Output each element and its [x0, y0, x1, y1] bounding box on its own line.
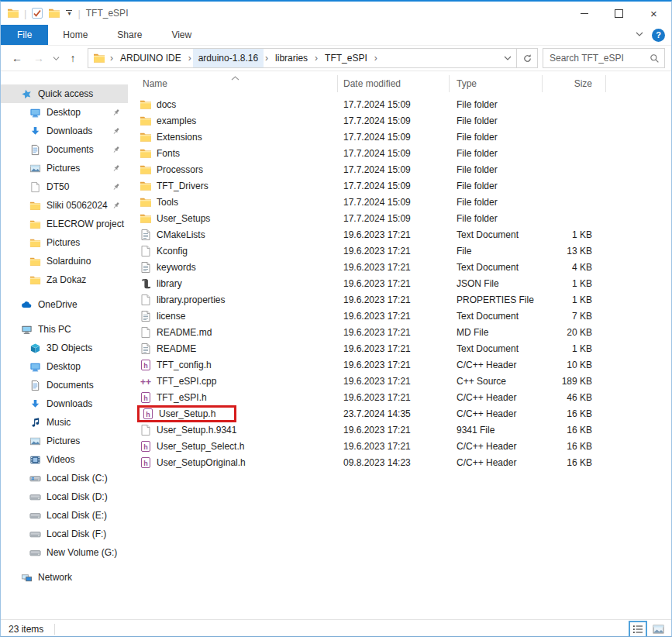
sidebar-item-local-disk-f[interactable]: Local Disk (F:) — [1, 525, 128, 543]
sidebar-item-downloads[interactable]: Downloads — [1, 394, 128, 413]
sidebar-item-downloads[interactable]: Downloads — [1, 122, 128, 140]
tab-file[interactable]: File — [1, 25, 48, 45]
table-row[interactable]: Extensions17.7.2024 15:09File folder — [128, 129, 671, 145]
table-row[interactable]: hTFT_eSPI.h19.6.2023 17:21C/C++ Header46… — [128, 389, 671, 405]
file-name-wrap[interactable]: docs — [137, 98, 181, 112]
file-name-wrap[interactable]: Kconfig — [137, 244, 192, 258]
customize-toolbar-dropdown-icon[interactable]: ▾ — [65, 10, 73, 16]
file-name-wrap[interactable]: keywords — [137, 260, 201, 274]
search-box[interactable] — [543, 48, 665, 68]
sidebar-item-pictures[interactable]: Pictures — [1, 233, 128, 252]
minimize-button[interactable] — [567, 2, 601, 25]
breadcrumb-separator[interactable]: › — [373, 49, 379, 67]
highlighted-file-red-box[interactable]: hUser_Setup.h — [137, 405, 236, 422]
close-button[interactable]: × — [636, 2, 671, 25]
sidebar-item-dt50[interactable]: DT50 — [1, 177, 128, 196]
file-name-wrap[interactable]: CMakeLists — [137, 228, 210, 242]
table-row[interactable]: hUser_SetupOriginal.h09.8.2023 14:23C/C+… — [128, 454, 671, 470]
file-name-wrap[interactable]: library.properties — [137, 293, 229, 307]
details-view-button[interactable] — [629, 621, 647, 637]
tab-home[interactable]: Home — [48, 25, 102, 45]
new-folder-icon[interactable] — [48, 7, 60, 19]
column-header-date-modified[interactable]: Date modified — [338, 75, 450, 92]
sidebar-item-onedrive[interactable]: OneDrive — [1, 295, 128, 314]
table-row[interactable]: hTFT_config.h19.6.2023 17:21C/C++ Header… — [128, 356, 671, 373]
up-button[interactable]: ↑ — [63, 48, 83, 68]
file-name-wrap[interactable]: Extensions — [137, 130, 207, 144]
properties-check-icon[interactable] — [31, 7, 43, 19]
file-name-wrap[interactable]: User_Setup.h.9341 — [137, 423, 241, 437]
search-icon[interactable] — [650, 53, 660, 64]
sidebar-item-documents[interactable]: Documents — [1, 376, 128, 394]
table-row[interactable]: README.md19.6.2023 17:21MD File20 KB — [128, 324, 671, 340]
sidebar-item-local-disk-c[interactable]: Local Disk (C:) — [1, 469, 128, 487]
sidebar-item-music[interactable]: Music — [1, 413, 128, 432]
sidebar-item-desktop[interactable]: Desktop — [1, 103, 128, 122]
recent-locations-chevron-icon[interactable] — [50, 48, 61, 68]
sidebar-item-za-dokaz[interactable]: Za Dokaz — [1, 270, 128, 289]
column-header-type[interactable]: Type — [450, 75, 543, 92]
column-header-size[interactable]: Size — [543, 75, 606, 92]
file-name-wrap[interactable]: hTFT_config.h — [137, 358, 216, 372]
breadcrumb-separator[interactable]: › — [313, 49, 319, 67]
table-row[interactable]: User_Setup.h.934119.6.2023 17:219341 Fil… — [128, 422, 671, 438]
file-name-wrap[interactable]: hUser_SetupOriginal.h — [137, 456, 250, 470]
tab-share[interactable]: Share — [102, 25, 157, 45]
breadcrumb-segment-tft-espi[interactable]: TFT_eSPI — [319, 49, 373, 67]
maximize-button[interactable] — [601, 2, 636, 25]
sidebar-item-new-volume-g[interactable]: New Volume (G:) — [1, 543, 128, 562]
table-row[interactable]: README19.6.2023 17:21Text Document1 KB — [128, 340, 671, 356]
thumbnails-view-button[interactable] — [649, 621, 667, 637]
breadcrumb-separator[interactable]: › — [264, 49, 270, 67]
sidebar-item-desktop[interactable]: Desktop — [1, 357, 128, 376]
table-row[interactable]: library.properties19.6.2023 17:21PROPERT… — [128, 291, 671, 308]
expand-ribbon-chevron-icon[interactable] — [635, 29, 644, 41]
table-row[interactable]: examples17.7.2024 15:09File folder — [128, 112, 671, 129]
sidebar-item-videos[interactable]: Videos — [1, 450, 128, 469]
sidebar-item-local-disk-e[interactable]: Local Disk (E:) — [1, 506, 128, 525]
file-name-wrap[interactable]: hTFT_eSPI.h — [137, 391, 212, 405]
back-button[interactable]: ← — [7, 48, 27, 68]
file-name-wrap[interactable]: examples — [137, 114, 201, 128]
table-row[interactable]: TFT_Drivers17.7.2024 15:09File folder — [128, 177, 671, 194]
breadcrumb-separator[interactable]: › — [187, 49, 193, 67]
sidebar-item-solarduino[interactable]: Solarduino — [1, 252, 128, 270]
sidebar-item-3d-objects[interactable]: 3D Objects — [1, 339, 128, 357]
file-name-wrap[interactable]: User_Setups — [137, 212, 215, 226]
file-name-wrap[interactable]: Processors — [137, 163, 208, 177]
file-name-wrap[interactable]: license — [137, 309, 190, 323]
file-name-wrap[interactable]: Fonts — [137, 146, 184, 160]
table-row[interactable]: docs17.7.2024 15:09File folder — [128, 96, 671, 112]
table-row[interactable]: Tools17.7.2024 15:09File folder — [128, 194, 671, 210]
file-name-wrap[interactable]: README — [137, 342, 201, 356]
help-icon[interactable]: ? — [652, 29, 665, 42]
file-name-wrap[interactable]: hUser_Setup_Select.h — [137, 439, 249, 453]
tab-view[interactable]: View — [157, 25, 206, 45]
table-row[interactable]: ++TFT_eSPI.cpp19.6.2023 17:21C++ Source1… — [128, 373, 671, 389]
sidebar-item-quick-access[interactable]: Quick access — [1, 84, 128, 103]
file-name-wrap[interactable]: TFT_Drivers — [137, 179, 213, 193]
table-row[interactable]: CMakeLists19.6.2023 17:21Text Document1 … — [128, 226, 671, 243]
sidebar-item-network[interactable]: Network — [1, 568, 128, 587]
file-name-wrap[interactable]: README.md — [137, 325, 216, 339]
table-row[interactable]: hUser_Setup.h23.7.2024 14:35C/C++ Header… — [128, 405, 671, 422]
table-row[interactable]: keywords19.6.2023 17:21Text Document4 KB — [128, 259, 671, 275]
file-name-wrap[interactable]: ++TFT_eSPI.cpp — [137, 374, 221, 388]
table-row[interactable]: Kconfig19.6.2023 17:21File13 KB — [128, 243, 671, 259]
file-name-wrap[interactable]: library — [137, 277, 187, 291]
address-bar[interactable]: › ARDUINO IDE›arduino-1.8.16›libraries›T… — [88, 48, 538, 68]
table-row[interactable]: library19.6.2023 17:21JSON File1 KB — [128, 275, 671, 291]
address-dropdown-chevron-icon[interactable] — [499, 49, 516, 67]
table-row[interactable]: hUser_Setup_Select.h19.6.2023 17:21C/C++… — [128, 438, 671, 454]
breadcrumb-segment-libraries[interactable]: libraries — [270, 49, 313, 67]
table-row[interactable]: Fonts17.7.2024 15:09File folder — [128, 145, 671, 161]
sidebar-item-sliki-05062024[interactable]: Sliki 05062024 — [1, 196, 128, 215]
file-name-wrap[interactable]: Tools — [137, 195, 183, 209]
refresh-icon[interactable] — [517, 49, 537, 67]
sidebar-item-local-disk-d[interactable]: Local Disk (D:) — [1, 487, 128, 506]
table-row[interactable]: license19.6.2023 17:21Text Document7 KB — [128, 308, 671, 324]
breadcrumb-segment-arduino-ide[interactable]: ARDUINO IDE — [115, 49, 187, 67]
sidebar-item-pictures[interactable]: Pictures — [1, 159, 128, 177]
sidebar-item-elecrow-project[interactable]: ELECROW project — [1, 215, 128, 233]
table-row[interactable]: User_Setups17.7.2024 15:09File folder — [128, 210, 671, 226]
